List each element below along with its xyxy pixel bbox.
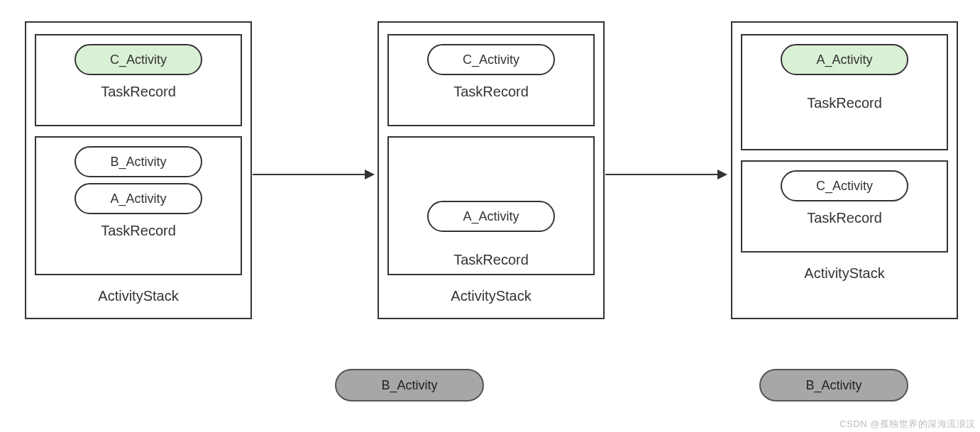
task-record-label: TaskRecord [453,252,529,268]
task-record-3a: A_Activity TaskRecord [741,34,948,150]
removed-activity-b-1: B_Activity [335,369,484,401]
activity-stack-1: C_Activity TaskRecord B_Activity A_Activ… [25,21,252,319]
arrow-1-to-2 [253,174,373,175]
activity-stack-label: ActivityStack [451,288,531,304]
task-record-label: TaskRecord [101,84,176,100]
activity-pill-c: C_Activity [75,44,202,75]
task-record-1b: B_Activity A_Activity TaskRecord [35,136,242,275]
activity-stack-3: A_Activity TaskRecord C_Activity TaskRec… [731,21,958,319]
watermark-text: CSDN @孤独世界的深海流浪汉 [839,418,976,431]
activity-stack-label: ActivityStack [98,288,178,304]
task-record-label: TaskRecord [807,95,882,111]
removed-activity-b-2: B_Activity [759,369,908,401]
activity-pill-a: A_Activity [427,201,555,232]
activity-stack-2: C_Activity TaskRecord A_Activity TaskRec… [378,21,605,319]
task-record-3b: C_Activity TaskRecord [741,160,948,253]
activity-pill-a: A_Activity [781,44,908,75]
task-record-label: TaskRecord [101,223,176,239]
activity-stack-label: ActivityStack [804,265,884,282]
task-record-2a: C_Activity TaskRecord [387,34,595,126]
diagram-canvas: C_Activity TaskRecord B_Activity A_Activ… [0,0,980,432]
activity-pill-a: A_Activity [75,183,202,214]
task-record-1a: C_Activity TaskRecord [35,34,242,126]
task-record-label: TaskRecord [807,210,882,226]
task-record-2b: A_Activity TaskRecord [387,136,595,275]
activity-pill-c: C_Activity [427,44,555,75]
arrow-2-to-3 [605,174,726,175]
task-record-label: TaskRecord [453,84,529,100]
activity-pill-b: B_Activity [75,146,202,177]
activity-pill-c: C_Activity [781,170,908,201]
